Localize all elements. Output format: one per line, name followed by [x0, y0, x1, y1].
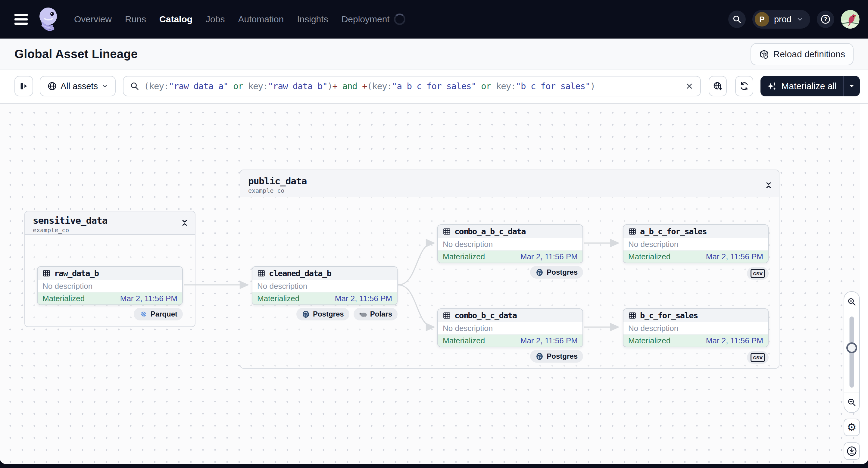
asset-description: No description	[252, 280, 397, 292]
globe-plus-icon	[713, 81, 722, 91]
help-button[interactable]: ?	[817, 10, 834, 28]
status-badge: Materialized	[42, 294, 85, 303]
sparkles-icon	[767, 81, 777, 91]
asset-node-header[interactable]: combo_a_b_c_data	[438, 225, 583, 238]
asset-node-cleaned-data-b[interactable]: cleaned_data_b No description Materializ…	[252, 266, 398, 305]
asset-node-raw-data-b[interactable]: raw_data_b No description Materialized M…	[37, 266, 183, 305]
group-title: sensitive_data	[33, 215, 187, 226]
asset-name: a_b_c_for_sales	[640, 227, 707, 236]
kind-tags: Postgres	[437, 350, 583, 363]
lineage-graph-canvas[interactable]: sensitive_data example_co public_data ex…	[0, 103, 868, 464]
kind-tag-csv[interactable]: csv	[747, 267, 769, 280]
table-icon	[628, 311, 637, 319]
nav-right: P prod ?	[728, 10, 860, 29]
asset-node-a-b-c-for-sales[interactable]: a_b_c_for_sales No description Materiali…	[623, 224, 769, 263]
zoom-out-button[interactable]	[844, 392, 859, 412]
asset-description: No description	[438, 238, 583, 251]
svg-text:?: ?	[824, 16, 827, 22]
workspace-switcher[interactable]: P prod	[752, 10, 810, 29]
asset-name: cleaned_data_b	[269, 269, 331, 278]
table-icon	[42, 269, 51, 277]
graph-settings-button[interactable]: ⚙	[844, 418, 860, 436]
content-panel: Global Asset Lineage Reload definitions	[0, 38, 868, 464]
dagster-logo-icon[interactable]	[35, 5, 61, 33]
asset-node-header[interactable]: combo_b_c_data	[438, 309, 583, 322]
materialization-timestamp: Mar 2, 11:56 PM	[706, 336, 763, 345]
status-badge: Materialized	[443, 252, 485, 261]
collapse-group-button[interactable]	[765, 181, 772, 189]
nav-item-catalog[interactable]: Catalog	[159, 14, 192, 24]
search-button[interactable]	[728, 10, 746, 28]
zoom-controls	[844, 291, 860, 413]
asset-node-header[interactable]: cleaned_data_b	[252, 267, 397, 280]
workspace-avatar: P	[755, 12, 769, 27]
refresh-icon	[739, 81, 749, 91]
asset-node-header[interactable]: b_c_for_sales	[623, 309, 768, 322]
kind-tag-parquet[interactable]: Parquet	[134, 308, 183, 320]
postgres-icon	[535, 352, 544, 361]
search-query[interactable]: (key:"raw_data_a" or key:"raw_data_b")+ …	[144, 81, 680, 91]
zoom-slider	[844, 312, 859, 392]
status-badge: Materialized	[443, 336, 485, 345]
materialize-all-label: Materialize all	[781, 81, 836, 91]
asset-node-header[interactable]: a_b_c_for_sales	[623, 225, 768, 238]
asset-scope-dropdown[interactable]: All assets	[40, 76, 116, 96]
nav-item-insights[interactable]: Insights	[297, 14, 328, 24]
status-badge: Materialized	[257, 294, 299, 303]
zoom-slider-handle[interactable]	[846, 342, 857, 353]
open-sidebar-button[interactable]	[14, 76, 33, 96]
csv-icon: csv	[750, 269, 765, 278]
asset-status-row: Materialized Mar 2, 11:56 PM	[438, 335, 583, 347]
reload-definitions-label: Reload definitions	[773, 49, 845, 59]
kind-tags: csv	[623, 351, 769, 364]
clear-search-button[interactable]	[685, 82, 693, 90]
menu-icon[interactable]	[14, 14, 28, 25]
download-graph-button[interactable]	[844, 442, 860, 460]
app-window: Overview Runs Catalog Jobs Automation In…	[0, 0, 868, 468]
materialize-all-button[interactable]: Materialize all	[761, 76, 843, 96]
right-gutter	[860, 103, 868, 464]
refresh-button[interactable]	[735, 76, 753, 96]
asset-node-b-c-for-sales[interactable]: b_c_for_sales No description Materialize…	[623, 308, 769, 347]
cardinal-avatar-icon	[841, 10, 860, 29]
kind-tag-postgres[interactable]: Postgres	[530, 350, 583, 363]
materialization-timestamp: Mar 2, 11:56 PM	[706, 252, 763, 261]
group-location: example_co	[248, 187, 771, 194]
asset-node-combo-b-c-data[interactable]: combo_b_c_data No description Materializ…	[437, 308, 583, 347]
caret-down-icon	[848, 83, 855, 89]
materialize-options-button[interactable]	[844, 76, 860, 96]
nav-item-overview[interactable]: Overview	[74, 14, 112, 24]
nav-item-jobs[interactable]: Jobs	[206, 14, 225, 24]
group-header[interactable]: public_data example_co	[240, 170, 779, 197]
workspace-name: prod	[774, 14, 792, 24]
kind-tag-postgres[interactable]: Postgres	[297, 308, 349, 320]
postgres-icon	[535, 268, 544, 277]
postgres-icon	[302, 310, 310, 318]
asset-node-combo-a-b-c-data[interactable]: combo_a_b_c_data No description Material…	[437, 224, 583, 263]
search-icon	[733, 15, 742, 24]
materialization-timestamp: Mar 2, 11:56 PM	[521, 252, 578, 261]
collapse-group-button[interactable]	[181, 219, 188, 227]
reload-definitions-button[interactable]: Reload definitions	[750, 43, 854, 65]
kind-tag-label: Polars	[370, 310, 392, 318]
materialize-all-split-button: Materialize all	[761, 76, 860, 96]
polars-icon	[359, 311, 367, 317]
download-icon	[847, 446, 857, 456]
zoom-in-button[interactable]	[844, 292, 859, 312]
nav-item-automation[interactable]: Automation	[238, 14, 284, 24]
materialization-timestamp: Mar 2, 11:56 PM	[335, 294, 392, 303]
kind-tag-postgres[interactable]: Postgres	[530, 266, 583, 279]
user-avatar[interactable]	[841, 10, 860, 29]
nav-item-runs[interactable]: Runs	[125, 14, 146, 24]
status-badge: Materialized	[628, 336, 671, 345]
asset-node-header[interactable]: raw_data_b	[38, 267, 182, 280]
nav-item-deployment[interactable]: Deployment	[342, 14, 390, 24]
page-title: Global Asset Lineage	[14, 47, 137, 61]
kind-tag-csv[interactable]: csv	[747, 351, 769, 364]
group-header[interactable]: sensitive_data example_co	[25, 211, 195, 235]
kind-tag-polars[interactable]: Polars	[353, 308, 398, 320]
zoom-in-icon	[847, 297, 856, 306]
group-title: public_data	[248, 176, 771, 186]
include-external-assets-button[interactable]	[709, 76, 727, 96]
asset-search-input[interactable]: (key:"raw_data_a" or key:"raw_data_b")+ …	[123, 76, 701, 96]
